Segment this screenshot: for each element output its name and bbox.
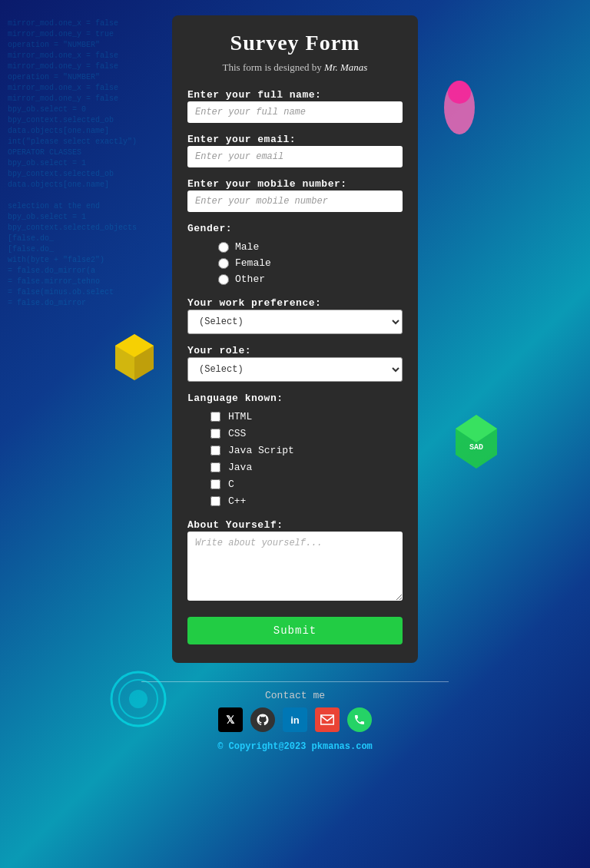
x-icon-label: 𝕏 xyxy=(226,714,234,726)
form-container: Survey Form This form is designed by Mr.… xyxy=(172,15,418,663)
svg-text:SAD: SAD xyxy=(469,443,483,452)
lang-css-label: CSS xyxy=(228,428,246,439)
author-name: Mr. Manas xyxy=(324,61,367,73)
gender-male-radio[interactable] xyxy=(218,242,229,253)
svg-marker-0 xyxy=(115,334,154,380)
form-title: Survey Form xyxy=(187,31,403,55)
name-input[interactable] xyxy=(187,101,403,123)
github-icon xyxy=(256,713,270,727)
svg-point-4 xyxy=(448,81,471,104)
gender-section: Gender: Male Female Other xyxy=(187,221,403,285)
phone-icon xyxy=(353,714,366,726)
linkedin-social-icon[interactable]: in xyxy=(283,707,307,732)
lang-css-checkbox[interactable] xyxy=(210,429,220,439)
form-subtitle: This form is designed by Mr. Manas xyxy=(187,61,403,74)
lang-html[interactable]: HTML xyxy=(210,411,403,422)
social-icons: 𝕏 in xyxy=(217,707,373,732)
gender-female-radio[interactable] xyxy=(218,258,229,269)
svg-marker-1 xyxy=(115,334,154,357)
lang-javascript[interactable]: Java Script xyxy=(210,445,403,456)
gender-other-label: Other xyxy=(235,273,265,285)
gender-female[interactable]: Female xyxy=(218,257,403,269)
role-select[interactable]: (Select) Developer Designer Manager Test… xyxy=(187,357,403,382)
mobile-input[interactable] xyxy=(187,190,403,212)
gmail-icon xyxy=(320,714,334,725)
lang-java[interactable]: Java xyxy=(210,462,403,473)
footer-divider xyxy=(141,681,449,682)
svg-point-7 xyxy=(129,690,148,708)
svg-point-5 xyxy=(111,672,165,726)
copyright-link[interactable]: pkmanas.com xyxy=(312,741,373,752)
language-checkbox-group: HTML CSS Java Script Java xyxy=(187,411,403,507)
copyright-text: © Copyright@2023 pkmanas.com xyxy=(217,741,373,752)
deco-green-shape: SAD xyxy=(456,415,498,469)
lang-cpp[interactable]: C++ xyxy=(210,495,403,507)
copyright-static: © Copyright@2023 xyxy=(217,741,306,752)
work-pref-select[interactable]: (Select) Remote On-site Hybrid xyxy=(187,310,403,334)
gmail-social-icon[interactable] xyxy=(315,707,340,732)
language-label: Language known: xyxy=(187,393,283,404)
survey-form: Enter your full name: Enter your email: … xyxy=(187,88,403,644)
work-pref-label: Your work preference: xyxy=(187,297,321,309)
about-label: About Yourself: xyxy=(187,519,283,531)
gender-other-radio[interactable] xyxy=(218,274,229,285)
linkedin-icon-label: in xyxy=(290,714,300,726)
lang-java-label: Java xyxy=(228,462,252,473)
email-input[interactable] xyxy=(187,146,403,167)
lang-c[interactable]: C xyxy=(210,479,403,490)
role-label: Your role: xyxy=(187,345,251,356)
lang-html-checkbox[interactable] xyxy=(210,412,220,422)
lang-css[interactable]: CSS xyxy=(210,428,403,439)
submit-button[interactable]: Submit xyxy=(187,617,403,644)
gender-female-label: Female xyxy=(235,257,271,269)
deco-cyan-shape xyxy=(108,668,169,730)
lang-cpp-label: C++ xyxy=(228,495,246,507)
lang-javascript-label: Java Script xyxy=(228,445,294,456)
gender-radio-group: Male Female Other xyxy=(187,241,403,285)
gender-male-label: Male xyxy=(235,241,259,253)
lang-c-label: C xyxy=(228,479,234,490)
github-social-icon[interactable] xyxy=(250,707,275,732)
svg-point-6 xyxy=(119,680,157,718)
gender-other[interactable]: Other xyxy=(218,273,403,285)
gender-male[interactable]: Male xyxy=(218,241,403,253)
contact-label: Contact me xyxy=(217,690,373,701)
gender-label: Gender: xyxy=(187,223,232,234)
deco-yellow-shape xyxy=(111,330,157,384)
svg-marker-9 xyxy=(456,415,497,442)
svg-marker-8 xyxy=(456,415,497,469)
deco-pink-shape xyxy=(440,77,479,138)
phone-social-icon[interactable] xyxy=(347,707,372,732)
svg-point-3 xyxy=(444,81,475,134)
page-wrapper: SAD Survey Form This form is designed by… xyxy=(0,0,590,783)
email-label: Enter your email: xyxy=(187,134,296,145)
lang-javascript-checkbox[interactable] xyxy=(210,446,220,456)
lang-c-checkbox[interactable] xyxy=(210,479,220,489)
lang-html-label: HTML xyxy=(228,411,252,422)
language-section: Language known: HTML CSS Java Script xyxy=(187,391,403,507)
x-social-icon[interactable]: 𝕏 xyxy=(218,707,243,732)
mobile-label: Enter your mobile number: xyxy=(187,178,347,190)
contact-section: Contact me 𝕏 in xyxy=(217,690,373,752)
lang-cpp-checkbox[interactable] xyxy=(210,496,220,506)
svg-marker-2 xyxy=(134,346,154,380)
about-textarea[interactable] xyxy=(187,532,403,601)
name-label: Enter your full name: xyxy=(187,89,321,101)
lang-java-checkbox[interactable] xyxy=(210,462,220,472)
